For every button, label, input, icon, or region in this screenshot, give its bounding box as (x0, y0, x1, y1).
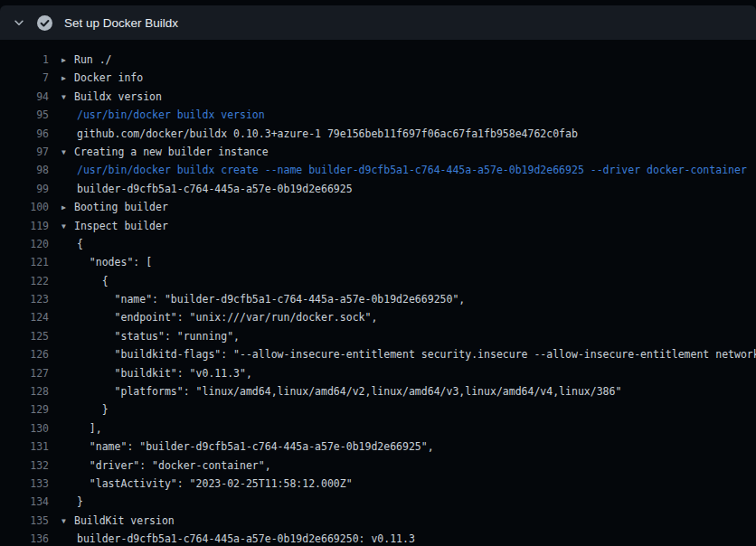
line-number-link[interactable]: 94 (0, 88, 49, 106)
log-group-toggle-row[interactable]: 94▼Buildx version (0, 88, 756, 106)
log-output-text: { (49, 235, 756, 253)
line-number-link[interactable]: 120 (0, 235, 49, 253)
log-output-text: "platforms": "linux/amd64,linux/amd64/v2… (49, 382, 756, 400)
log-line: 130 ], (0, 419, 756, 438)
log-output-text: "status": "running", (49, 327, 756, 345)
line-number-link[interactable]: 130 (0, 419, 49, 438)
expand-group-icon[interactable]: ▶ (61, 52, 74, 69)
log-line: 134} (0, 493, 756, 511)
log-output-text: "lastActivity": "2023-02-25T11:58:12.000… (49, 475, 756, 493)
log-line: 125 "status": "running", (0, 327, 756, 345)
line-number-link[interactable]: 135 (0, 512, 49, 530)
log-line: 132 "driver": "docker-container", (0, 457, 756, 475)
log-output-text: } (49, 400, 756, 419)
log-group-toggle-row[interactable]: 1▶Run ./ (0, 51, 756, 69)
log-line: 131 "name": "builder-d9cfb5a1-c764-445a-… (0, 438, 756, 456)
log-command-text: /usr/bin/docker buildx version (49, 106, 756, 124)
log-output-text: "buildkitd-flags": "--allow-insecure-ent… (49, 345, 756, 363)
line-number-link[interactable]: 133 (0, 475, 49, 493)
line-number-link[interactable]: 124 (0, 308, 49, 326)
log-line: 98/usr/bin/docker buildx create --name b… (0, 161, 756, 179)
log-line: 124 "endpoint": "unix:///var/run/docker.… (0, 308, 756, 326)
log-output-text: "name": "builder-d9cfb5a1-c764-445a-a57e… (49, 290, 756, 308)
log-command-text: /usr/bin/docker buildx create --name bui… (49, 161, 756, 179)
log-output-text: "nodes": [ (49, 253, 756, 271)
log-line: 99builder-d9cfb5a1-c764-445a-a57e-0b19d2… (0, 180, 756, 198)
collapse-group-icon[interactable]: ▼ (61, 89, 74, 106)
log-line: 127 "buildkit": "v0.11.3", (0, 364, 756, 382)
log-line: 122 { (0, 272, 756, 290)
line-number-link[interactable]: 126 (0, 345, 49, 363)
step-log-panel: Set up Docker Buildx 1▶Run ./7▶Docker in… (0, 5, 756, 546)
line-number-link[interactable]: 131 (0, 438, 49, 456)
collapse-group-icon[interactable]: ▼ (61, 218, 74, 235)
log-line: 133 "lastActivity": "2023-02-25T11:58:12… (0, 475, 756, 493)
chevron-down-icon[interactable] (13, 16, 25, 29)
log-output-text: "endpoint": "unix:///var/run/docker.sock… (49, 308, 756, 326)
log-output-text: builder-d9cfb5a1-c764-445a-a57e-0b19d2e6… (49, 180, 756, 198)
log-group-toggle-row[interactable]: 119▼Inspect builder (0, 217, 756, 235)
log-line: 129 } (0, 400, 756, 419)
log-group-label: Creating a new builder instance (74, 146, 269, 158)
line-number-link[interactable]: 98 (0, 161, 49, 179)
log-group-toggle-row[interactable]: 97▼Creating a new builder instance (0, 143, 756, 161)
line-number-link[interactable]: 125 (0, 327, 49, 345)
expand-group-icon[interactable]: ▶ (61, 70, 74, 87)
log-group-label: Run ./ (74, 53, 112, 66)
line-number-link[interactable]: 95 (0, 106, 49, 124)
log-line: 95/usr/bin/docker buildx version (0, 106, 756, 124)
log-group-label: Buildx version (74, 90, 162, 103)
step-header[interactable]: Set up Docker Buildx (0, 5, 756, 40)
log-output-text: "driver": "docker-container", (49, 457, 756, 475)
log-group-label: Booting builder (74, 201, 168, 213)
line-number-link[interactable]: 119 (0, 217, 49, 235)
log-output-text: "buildkit": "v0.11.3", (49, 364, 756, 382)
log-line: 123 "name": "builder-d9cfb5a1-c764-445a-… (0, 290, 756, 308)
expand-group-icon[interactable]: ▶ (61, 199, 74, 216)
log-line: 96github.com/docker/buildx 0.10.3+azure-… (0, 125, 756, 143)
log-group-label: Inspect builder (74, 220, 168, 232)
line-number-link[interactable]: 1 (0, 51, 49, 69)
collapse-group-icon[interactable]: ▼ (61, 513, 74, 530)
line-number-link[interactable]: 99 (0, 180, 49, 198)
line-number-link[interactable]: 121 (0, 253, 49, 271)
log-line: 121 "nodes": [ (0, 253, 756, 271)
line-number-link[interactable]: 128 (0, 382, 49, 400)
log-group-toggle-row[interactable]: 135▼BuildKit version (0, 512, 756, 530)
line-number-link[interactable]: 96 (0, 125, 49, 143)
log-line: 126 "buildkitd-flags": "--allow-insecure… (0, 345, 756, 363)
log-output-text: ], (49, 419, 756, 438)
line-number-link[interactable]: 127 (0, 364, 49, 382)
line-number-link[interactable]: 123 (0, 290, 49, 308)
line-number-link[interactable]: 134 (0, 493, 49, 511)
log-line: 120{ (0, 235, 756, 253)
line-number-link[interactable]: 132 (0, 457, 49, 475)
log-output-text: "name": "builder-d9cfb5a1-c764-445a-a57e… (49, 438, 756, 456)
log-output-text: { (49, 272, 756, 290)
log-group-label: BuildKit version (74, 514, 175, 527)
log-group-toggle-row[interactable]: 100▶Booting builder (0, 198, 756, 216)
log-line: 128 "platforms": "linux/amd64,linux/amd6… (0, 382, 756, 400)
check-circle-icon (37, 15, 52, 31)
log-body: 1▶Run ./7▶Docker info94▼Buildx version95… (0, 40, 756, 546)
step-title: Set up Docker Buildx (64, 16, 178, 30)
log-group-label: Docker info (74, 71, 143, 84)
log-output-text: github.com/docker/buildx 0.10.3+azure-1 … (49, 125, 756, 143)
log-output-text: builder-d9cfb5a1-c764-445a-a57e-0b19d2e6… (49, 530, 756, 546)
line-number-link[interactable]: 122 (0, 272, 49, 290)
log-group-toggle-row[interactable]: 7▶Docker info (0, 69, 756, 87)
line-number-link[interactable]: 100 (0, 198, 49, 216)
line-number-link[interactable]: 7 (0, 69, 49, 87)
collapse-group-icon[interactable]: ▼ (61, 144, 74, 161)
log-line: 136builder-d9cfb5a1-c764-445a-a57e-0b19d… (0, 530, 756, 546)
log-output-text: } (49, 493, 756, 511)
line-number-link[interactable]: 136 (0, 530, 49, 546)
line-number-link[interactable]: 129 (0, 400, 49, 419)
line-number-link[interactable]: 97 (0, 143, 49, 161)
